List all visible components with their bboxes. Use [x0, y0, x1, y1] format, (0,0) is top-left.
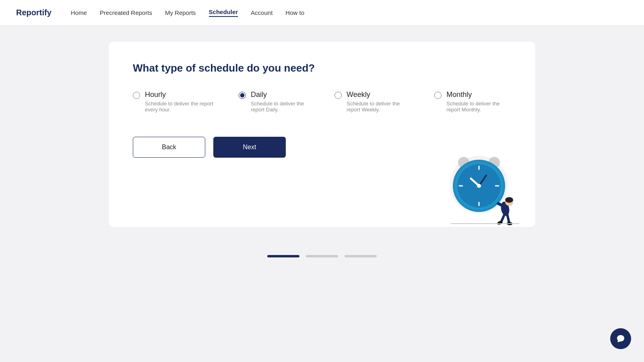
radio-hourly[interactable] [133, 92, 140, 99]
back-button[interactable]: Back [133, 137, 205, 158]
brand-logo: Reportify [16, 8, 52, 17]
schedule-options: Hourly Schedule to deliver the report ev… [133, 90, 511, 113]
svg-line-17 [501, 215, 504, 222]
progress-indicators [0, 255, 644, 257]
main-nav: Home Precreated Reports My Reports Sched… [71, 8, 304, 17]
option-daily[interactable]: Daily Schedule to deliver the report Dai… [239, 90, 310, 113]
option-weekly-label: Weekly [347, 90, 410, 99]
option-weekly-desc: Schedule to deliver the report Weekly. [347, 101, 410, 113]
radio-daily[interactable] [239, 92, 246, 99]
progress-step-3 [345, 255, 377, 257]
option-monthly-label: Monthly [446, 90, 511, 99]
nav-scheduler[interactable]: Scheduler [209, 8, 238, 17]
radio-monthly[interactable] [434, 92, 442, 99]
option-monthly-desc: Schedule to deliver the report Monthly. [446, 101, 511, 113]
svg-point-15 [505, 197, 513, 203]
option-hourly-label: Hourly [145, 90, 215, 99]
topbar: Reportify Home Precreated Reports My Rep… [0, 0, 644, 26]
progress-step-1 [267, 255, 299, 257]
nav-account[interactable]: Account [251, 9, 272, 16]
nav-how-to[interactable]: How to [285, 9, 304, 16]
option-monthly[interactable]: Monthly Schedule to deliver the report M… [434, 90, 511, 113]
svg-line-18 [507, 214, 509, 223]
svg-point-12 [477, 184, 481, 188]
schedule-card: What type of schedule do you need? Hourl… [109, 42, 535, 227]
option-weekly[interactable]: Weekly Schedule to deliver the report We… [334, 90, 410, 113]
next-button[interactable]: Next [213, 137, 286, 158]
chat-button[interactable] [610, 328, 631, 349]
progress-step-2 [306, 255, 338, 257]
card-title: What type of schedule do you need? [133, 62, 511, 74]
radio-weekly[interactable] [334, 92, 342, 99]
nav-my-reports[interactable]: My Reports [165, 9, 196, 16]
nav-home[interactable]: Home [71, 9, 87, 16]
option-hourly-desc: Schedule to deliver the report every hou… [145, 101, 215, 113]
nav-precreated-reports[interactable]: Precreated Reports [100, 9, 152, 16]
option-daily-label: Daily [251, 90, 310, 99]
option-hourly[interactable]: Hourly Schedule to deliver the report ev… [133, 90, 215, 113]
clock-illustration [439, 142, 523, 227]
chat-icon [616, 334, 625, 343]
main-content: What type of schedule do you need? Hourl… [0, 26, 644, 243]
option-daily-desc: Schedule to deliver the report Daily. [251, 101, 310, 113]
